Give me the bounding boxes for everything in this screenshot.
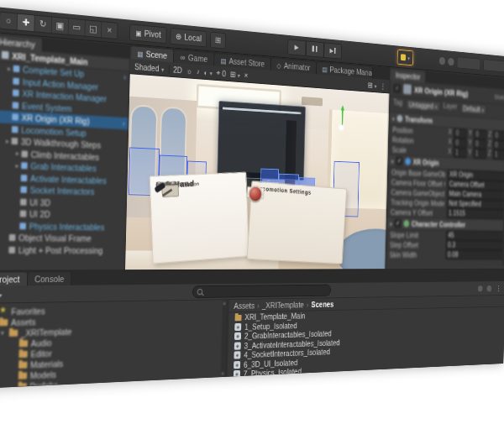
component-enabled-checkbox[interactable] bbox=[394, 219, 401, 228]
transform-tool-icon[interactable] bbox=[85, 20, 102, 37]
more-menu-icon[interactable] bbox=[381, 81, 386, 90]
hierarchy-row[interactable]: Light + Post Processing bbox=[0, 243, 125, 256]
prefab-nav-icon[interactable] bbox=[123, 118, 125, 128]
play-button[interactable] bbox=[287, 39, 306, 56]
scene-audio-icon[interactable] bbox=[197, 67, 200, 76]
folder-label: Materials bbox=[30, 359, 63, 369]
grid-icon bbox=[230, 70, 236, 79]
breadcrumb-assets[interactable]: Assets bbox=[234, 301, 255, 310]
z-label: Z bbox=[488, 149, 491, 160]
tab-console[interactable]: Console bbox=[28, 272, 72, 285]
chevron-down-icon bbox=[390, 219, 392, 227]
breadcrumb-scenes[interactable]: Scenes bbox=[311, 300, 333, 309]
layers-dropdown[interactable] bbox=[457, 56, 481, 71]
move-tool-icon[interactable] bbox=[18, 13, 35, 31]
hierarchy-row[interactable]: Object Visual Frame bbox=[0, 232, 125, 245]
z-field[interactable]: 1 bbox=[492, 149, 504, 160]
rotate-tool-icon[interactable] bbox=[34, 15, 52, 33]
property-value[interactable]: 1.1515 bbox=[446, 208, 504, 219]
expand-arrow-icon[interactable] bbox=[13, 149, 22, 157]
gizmos-dropdown[interactable] bbox=[368, 81, 377, 89]
property-value[interactable]: 0.08 bbox=[445, 250, 503, 260]
collab-icon bbox=[401, 54, 406, 60]
character-controller-rows: Slope Limit 45 Step Offset 0.3 Skin Widt… bbox=[386, 230, 504, 260]
component-title: Transform bbox=[405, 115, 433, 124]
expand-arrow-icon[interactable] bbox=[0, 329, 6, 337]
pause-button[interactable] bbox=[306, 40, 324, 57]
tag-dropdown[interactable]: Untagged bbox=[406, 99, 440, 112]
photo-rotation-wrapper: Pivot Local Hierarchy bbox=[0, 0, 504, 424]
layout-dropdown[interactable] bbox=[483, 59, 504, 72]
y-field[interactable]: 1 bbox=[473, 149, 486, 159]
hierarchy-row[interactable]: Physics Interactables bbox=[0, 219, 126, 233]
x-field[interactable]: 1 bbox=[453, 148, 466, 158]
menu-icon[interactable] bbox=[496, 284, 501, 293]
lock-icon[interactable] bbox=[486, 285, 491, 291]
y-label: Y bbox=[469, 129, 473, 139]
xr-origin-icon bbox=[405, 158, 411, 165]
local-toggle[interactable]: Local bbox=[170, 27, 207, 46]
gameobject-name-field[interactable]: XR Origin (XR Rig) bbox=[414, 86, 468, 98]
expand-arrow-icon[interactable] bbox=[13, 162, 22, 170]
folder-label: Favorites bbox=[11, 306, 45, 317]
add-asset-button[interactable]: + bbox=[0, 289, 3, 301]
pivot-icon bbox=[135, 28, 142, 38]
2d-toggle[interactable]: 2D bbox=[173, 65, 182, 75]
red-knob bbox=[249, 186, 262, 201]
x-field[interactable]: 0 bbox=[454, 128, 467, 139]
lever-switch bbox=[155, 179, 180, 197]
hand-tool-icon[interactable] bbox=[0, 12, 18, 29]
property-row: Step Offset 0.3 bbox=[386, 239, 504, 250]
gameobject-label: Socket Interactors bbox=[30, 185, 95, 196]
account-icon[interactable] bbox=[448, 57, 454, 65]
xr-origin-rows: Origin Base GameObject XR Origin Camera … bbox=[387, 167, 504, 219]
prefab-nav-icon[interactable] bbox=[123, 72, 126, 82]
local-label: Local bbox=[184, 32, 202, 43]
x-field[interactable]: 0 bbox=[454, 138, 467, 148]
gameobject-icon bbox=[20, 211, 27, 217]
chevron-down-icon bbox=[209, 68, 212, 76]
search-input[interactable] bbox=[192, 285, 331, 298]
expand-arrow-icon[interactable] bbox=[5, 65, 13, 73]
layer-dropdown[interactable]: Default bbox=[460, 103, 486, 115]
shading-mode-dropdown[interactable]: Shaded bbox=[134, 62, 164, 73]
asset-icon bbox=[234, 332, 241, 340]
step-button[interactable] bbox=[323, 42, 342, 59]
property-value[interactable]: 45 bbox=[446, 231, 504, 241]
scale-tool-icon[interactable] bbox=[52, 17, 69, 34]
custom-tool-icon[interactable] bbox=[102, 22, 118, 39]
rect-tool-icon[interactable] bbox=[69, 18, 86, 35]
gizmo-selector[interactable]: 0 bbox=[216, 68, 226, 78]
gameobject-icon bbox=[20, 186, 27, 193]
active-checkbox[interactable] bbox=[393, 84, 400, 93]
property-value[interactable]: 0.3 bbox=[445, 240, 503, 250]
component-enabled-checkbox[interactable] bbox=[396, 157, 402, 166]
close-icon[interactable] bbox=[244, 71, 249, 79]
search-icon bbox=[197, 289, 203, 295]
grid-dropdown[interactable] bbox=[230, 70, 240, 79]
tree-scrollbar[interactable] bbox=[221, 300, 228, 377]
tab-label: Scene bbox=[146, 50, 167, 60]
breadcrumb-separator: › bbox=[307, 300, 309, 309]
breadcrumb-xritemplate[interactable]: _XRITemplate bbox=[262, 300, 304, 310]
collab-button[interactable] bbox=[397, 49, 414, 65]
y-field[interactable]: 0 bbox=[474, 129, 487, 139]
services-icon[interactable] bbox=[439, 56, 445, 65]
gameobject-label: UI 2D bbox=[29, 209, 50, 219]
tab-project[interactable]: Project bbox=[0, 273, 28, 286]
inspector-tab-label: Inspector bbox=[396, 71, 421, 81]
snap-grid-icon[interactable] bbox=[210, 31, 226, 49]
scene-viewport[interactable]: Left Hand Locomotion Type Move/Strafe Te… bbox=[125, 74, 389, 270]
z-field[interactable]: 0 bbox=[493, 131, 504, 141]
hidden-packages-icon[interactable] bbox=[478, 285, 483, 291]
effects-dropdown[interactable] bbox=[204, 68, 213, 77]
folder-icon bbox=[18, 361, 27, 368]
scene-lighting-icon[interactable] bbox=[186, 66, 193, 76]
y-field[interactable]: 0 bbox=[473, 139, 486, 149]
property-label: Skin Width bbox=[390, 251, 444, 259]
z-field[interactable]: 0 bbox=[493, 140, 504, 150]
animator-icon bbox=[276, 60, 281, 70]
pivot-toggle[interactable]: Pivot bbox=[129, 24, 167, 44]
expand-arrow-icon[interactable] bbox=[3, 137, 12, 144]
static-toggle[interactable]: Static bbox=[494, 92, 504, 101]
